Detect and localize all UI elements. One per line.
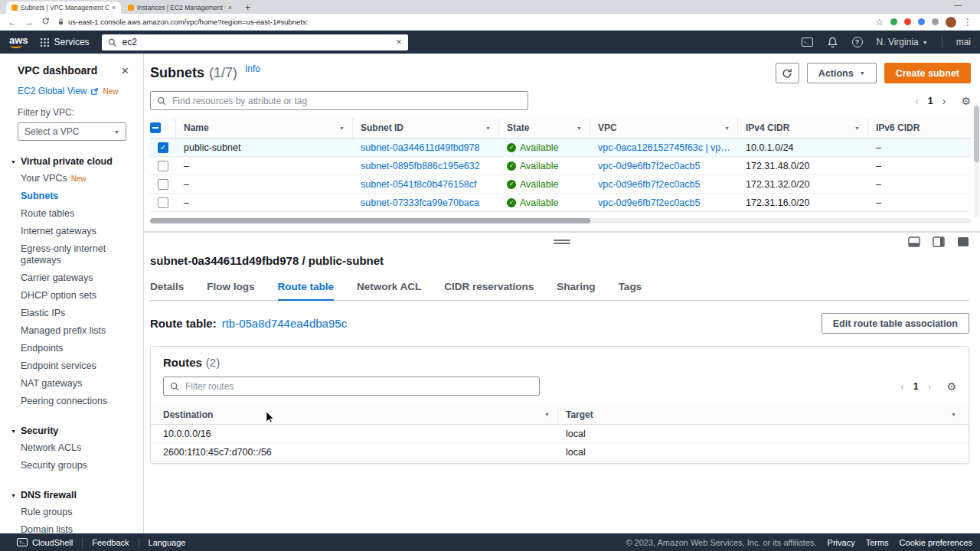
column-menu-icon[interactable]: ▼ <box>485 126 491 131</box>
feedback-button[interactable]: Feedback <box>83 538 138 547</box>
split-drag-handle-icon[interactable] <box>554 240 570 244</box>
clear-search-icon[interactable]: × <box>397 37 402 47</box>
address-bar[interactable]: us-east-1.console.aws.amazon.com/vpc/hom… <box>57 18 867 26</box>
account-menu[interactable]: mai <box>956 37 971 47</box>
row-checkbox[interactable] <box>158 179 168 190</box>
page-number[interactable]: 1 <box>913 381 919 392</box>
prev-page-icon[interactable]: ‹ <box>900 380 904 393</box>
settings-gear-icon[interactable]: ⚙ <box>961 95 971 107</box>
sidebar-item-network-acls[interactable]: Network ACLs <box>21 439 136 457</box>
services-menu[interactable]: Services <box>41 37 90 47</box>
extension-icon[interactable] <box>904 18 911 25</box>
routes-filter-box[interactable] <box>163 377 540 396</box>
sidebar-item-subnets[interactable]: Subnets <box>21 187 136 205</box>
sidebar-item-rule-groups[interactable]: Rule groups <box>21 504 136 521</box>
aws-logo[interactable]: aws <box>9 36 28 48</box>
vertical-scrollbar[interactable] <box>974 103 979 217</box>
sidebar-item-dhcp-option-sets[interactable]: DHCP option sets <box>21 287 136 305</box>
extension-icon[interactable] <box>918 18 925 25</box>
refresh-button[interactable] <box>776 63 799 83</box>
help-icon[interactable]: ? <box>852 37 863 47</box>
column-header-ipv6-cidr[interactable]: IPv6 CIDR <box>868 118 971 138</box>
subnet-id-link[interactable]: subnet-07333fca99e70baca <box>361 197 479 208</box>
region-selector[interactable]: N. Virginia ▼ <box>877 37 928 47</box>
split-panel-bottom-icon[interactable] <box>908 236 920 247</box>
route-table-id-link[interactable]: rtb-05a8d744ea4dba95c <box>222 317 347 330</box>
subnet-id-link[interactable]: subnet-0895fb886c195e632 <box>361 161 480 171</box>
resource-filter-input[interactable] <box>171 95 521 107</box>
edit-route-table-association-button[interactable]: Edit route table association <box>822 313 969 334</box>
privacy-link[interactable]: Privacy <box>828 538 855 547</box>
browser-tab-subnets[interactable]: Subnets | VPC Management Co × <box>6 2 121 14</box>
vpc-select-dropdown[interactable]: Select a VPC ▼ <box>18 122 126 141</box>
table-row[interactable]: – subnet-0541f8c0b476158cf ✓Available vp… <box>150 175 971 194</box>
column-menu-icon[interactable]: ▼ <box>951 412 956 417</box>
tab-network-acl[interactable]: Network ACL <box>357 276 421 300</box>
tab-close-icon[interactable]: × <box>112 4 116 11</box>
sidebar-item-internet-gateways[interactable]: Internet gateways <box>21 223 136 240</box>
extension-icon[interactable] <box>890 18 897 25</box>
row-checkbox[interactable] <box>158 197 168 208</box>
row-checkbox[interactable] <box>158 161 168 171</box>
select-all-checkbox[interactable] <box>150 122 161 133</box>
column-header-subnet-id[interactable]: Subnet ID▼ <box>353 118 499 138</box>
sidebar-item-nat-gateways[interactable]: NAT gateways <box>21 375 136 393</box>
notifications-bell-icon[interactable] <box>827 37 838 48</box>
console-search[interactable]: × <box>102 34 408 51</box>
actions-button[interactable]: Actions▼ <box>807 63 877 83</box>
sidebar-item-carrier-gateways[interactable]: Carrier gateways <box>21 269 136 287</box>
subnet-id-link[interactable]: subnet-0541f8c0b476158cf <box>361 179 477 190</box>
scrollbar-thumb[interactable] <box>150 218 590 223</box>
routes-filter-input[interactable] <box>184 380 533 393</box>
language-button[interactable]: Language <box>139 538 195 547</box>
tab-tags[interactable]: Tags <box>619 276 642 300</box>
vpc-link[interactable]: vpc-0d9e6fb7f2ec0acb5 <box>598 161 700 171</box>
sidebar-item-peering-connections[interactable]: Peering connections <box>21 393 136 410</box>
tab-close-icon[interactable]: × <box>228 4 232 11</box>
section-security[interactable]: ▼ Security <box>11 425 137 436</box>
route-row[interactable]: 10.0.0.0/16 local <box>151 425 969 443</box>
settings-gear-icon[interactable]: ⚙ <box>946 380 956 393</box>
sidebar-item-elastic-ips[interactable]: Elastic IPs <box>21 305 136 322</box>
row-checkbox[interactable]: ✓ <box>158 142 168 153</box>
column-menu-icon[interactable]: ▼ <box>854 126 860 131</box>
table-row[interactable]: – subnet-07333fca99e70baca ✓Available vp… <box>150 194 971 212</box>
console-search-input[interactable] <box>121 36 392 48</box>
table-row[interactable]: ✓ public-subnet subnet-0a344611d49fbd978… <box>150 139 971 157</box>
sidebar-item-endpoint-services[interactable]: Endpoint services <box>21 357 136 375</box>
sidebar-item-egress-only-internet-gateways[interactable]: Egress-only internet gateways <box>21 240 136 269</box>
subnet-id-link[interactable]: subnet-0a344611d49fbd978 <box>361 142 479 153</box>
create-subnet-button[interactable]: Create subnet <box>884 63 971 83</box>
split-panel-divider[interactable] <box>144 231 980 251</box>
bookmark-star-icon[interactable]: ☆ <box>875 18 884 27</box>
cloudshell-button[interactable]: >_ CloudShell <box>8 538 82 547</box>
sidebar-item-domain-lists[interactable]: Domain lists <box>21 521 136 533</box>
cookie-preferences-link[interactable]: Cookie preferences <box>900 538 972 547</box>
route-row[interactable]: 2600:1f10:45c7:d700::/56 local <box>151 443 969 461</box>
sidebar-item-ec2-global-view[interactable]: EC2 Global View New <box>11 86 137 96</box>
resource-filter-box[interactable] <box>150 91 528 110</box>
browser-tab-instances[interactable]: Instances | EC2 Management Co × <box>122 2 237 14</box>
vpc-link[interactable]: vpc-0d9e6fb7f2ec0acb5 <box>598 179 700 190</box>
extensions-puzzle-icon[interactable] <box>932 18 939 25</box>
column-header-name[interactable]: Name▼ <box>176 118 353 138</box>
column-header-vpc[interactable]: VPC▼ <box>590 118 738 138</box>
column-header-destination[interactable]: Destination▼ <box>151 405 558 424</box>
browser-menu-icon[interactable]: ⋮ <box>963 18 972 27</box>
window-minimize-icon[interactable]: — <box>954 1 962 9</box>
cloudshell-icon[interactable]: >_ <box>802 37 813 47</box>
section-virtual-private-cloud[interactable]: ▼ Virtual private cloud <box>11 156 137 167</box>
vpc-link[interactable]: vpc-0d9e6fb7f2ec0acb5 <box>598 197 700 208</box>
tab-route-table[interactable]: Route table <box>278 276 335 300</box>
page-number[interactable]: 1 <box>928 96 933 106</box>
back-icon[interactable]: ← <box>8 18 17 27</box>
split-panel-side-icon[interactable] <box>933 236 945 247</box>
sidebar-item-endpoints[interactable]: Endpoints <box>21 340 136 357</box>
column-header-ipv4-cidr[interactable]: IPv4 CIDR▼ <box>738 118 868 138</box>
column-menu-icon[interactable]: ▼ <box>339 126 345 131</box>
sidebar-item-route-tables[interactable]: Route tables <box>21 205 136 223</box>
browser-profile-avatar[interactable] <box>946 17 956 28</box>
vpc-link[interactable]: vpc-0aca126152745f63c | vpcd... <box>598 142 730 153</box>
column-header-target[interactable]: Target▼ <box>558 405 969 424</box>
tab-sharing[interactable]: Sharing <box>557 276 595 300</box>
